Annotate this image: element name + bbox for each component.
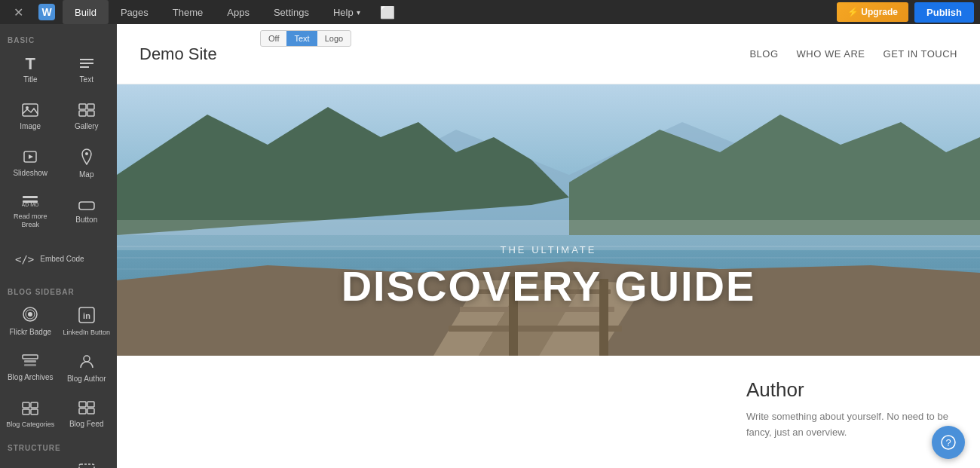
linkedin-icon: in <box>78 307 95 326</box>
logo-switcher: Off Text Logo <box>260 30 351 47</box>
sidebar-item-author[interactable]: Blog Author <box>60 346 115 391</box>
sidebar-item-label: Blog Categories <box>6 421 54 429</box>
embed-icon: </> <box>15 254 34 265</box>
sidebar-item-flickr[interactable]: Flickr Badge <box>3 299 58 344</box>
sidebar-item-label: Gallery <box>75 122 99 131</box>
blog-grid: Flickr Badge in LinkedIn Button Blog Arc… <box>0 299 117 438</box>
svg-text:?: ? <box>945 437 951 448</box>
image-icon <box>22 103 38 119</box>
svg-point-26 <box>84 356 90 362</box>
hero-subtitle: THE ULTIMATE <box>501 244 597 255</box>
sidebar-item-label: Image <box>20 122 41 131</box>
svg-rect-7 <box>79 104 86 109</box>
sidebar-item-linkedin[interactable]: in LinkedIn Button <box>60 299 115 344</box>
nav-link-contact[interactable]: GET IN TOUCH <box>884 48 957 60</box>
sidebar-item-label: LinkedIn Button <box>63 329 110 337</box>
svg-rect-8 <box>87 104 94 109</box>
sidebar-item-label: Blog Feed <box>69 420 104 429</box>
svg-rect-9 <box>79 111 86 116</box>
canvas-area: Demo Site Off Text Logo BLOG WHO WE ARE … <box>117 24 980 468</box>
sidebar-item-embed[interactable]: </> Embed Code <box>3 237 114 282</box>
main-layout: BASIC T Title Text Image <box>0 24 980 468</box>
tab-apps[interactable]: Apps <box>215 0 262 24</box>
section-label-basic: BASIC <box>0 30 117 47</box>
svg-rect-28 <box>31 402 38 408</box>
site-nav: BLOG WHO WE ARE GET IN TOUCH <box>749 48 957 60</box>
sidebar-item-archives[interactable]: Blog Archives <box>3 346 58 391</box>
sidebar-item-readmore[interactable]: READ MORE Read more Break <box>3 188 58 235</box>
section-label-structure: STRUCTURE <box>0 438 117 455</box>
sidebar-item-label: Map <box>79 170 93 179</box>
svg-point-13 <box>85 152 88 155</box>
archives-icon <box>22 354 38 370</box>
svg-rect-51 <box>449 326 622 332</box>
close-button[interactable]: ✕ <box>6 0 31 24</box>
hero-section: THE ULTIMATE DISCOVERY GUIDE <box>117 84 980 356</box>
site-logo: Demo Site <box>139 44 217 64</box>
sidebar-item-label: Read more Break <box>6 213 55 229</box>
gallery-icon <box>78 103 95 119</box>
flickr-icon <box>22 306 38 325</box>
svg-text:in: in <box>83 311 90 320</box>
sidebar-item-label: Slideshow <box>13 169 47 178</box>
spacer-icon <box>78 463 95 468</box>
sidebar-item-spacer[interactable]: Spacer <box>60 455 115 468</box>
svg-rect-38 <box>79 464 94 468</box>
sidebar-item-button[interactable]: Button <box>60 188 115 235</box>
nav-link-blog[interactable]: BLOG <box>749 48 778 60</box>
svg-rect-32 <box>87 402 94 407</box>
tab-help[interactable]: Help▾ <box>321 0 372 24</box>
sidebar-item-feed[interactable]: Blog Feed <box>60 393 115 438</box>
basic-grid: T Title Text Image Gallery <box>0 47 117 282</box>
svg-rect-27 <box>23 402 29 408</box>
svg-rect-24 <box>24 360 36 362</box>
sidebar-item-slideshow[interactable]: Slideshow <box>3 141 58 186</box>
chat-button[interactable]: ? <box>932 426 965 459</box>
nav-left: ✕ W Build Pages Theme Apps Settings Help… <box>6 0 403 24</box>
sidebar-item-label: Title <box>23 75 38 84</box>
sidebar-item-label: Flickr Badge <box>9 328 51 337</box>
feed-icon <box>78 401 95 417</box>
author-title: Author <box>746 378 957 402</box>
tab-theme[interactable]: Theme <box>161 0 215 24</box>
nav-link-who[interactable]: WHO WE ARE <box>797 48 865 60</box>
svg-marker-12 <box>29 154 33 159</box>
tab-settings[interactable]: Settings <box>262 0 321 24</box>
svg-point-19 <box>28 312 32 317</box>
categories-icon <box>22 402 38 418</box>
divider-icon <box>22 464 38 468</box>
tab-build[interactable]: Build <box>63 0 109 24</box>
hero-title: DISCOVERY GUIDE <box>341 262 756 310</box>
logo-off-button[interactable]: Off <box>261 31 286 46</box>
sidebar-item-label: Blog Author <box>67 375 106 384</box>
author-icon <box>78 353 95 372</box>
sidebar-item-title[interactable]: T Title <box>3 47 58 93</box>
structure-grid: Divider Spacer <box>0 455 117 468</box>
svg-text:READ MORE: READ MORE <box>22 202 38 207</box>
sidebar-item-gallery[interactable]: Gallery <box>60 94 115 139</box>
section-label-blog: BLOG SIDEBAR <box>0 282 117 299</box>
sidebar-item-categories[interactable]: Blog Categories <box>3 393 58 438</box>
sidebar-item-map[interactable]: Map <box>60 141 115 186</box>
svg-rect-30 <box>31 409 38 414</box>
svg-rect-25 <box>24 364 36 366</box>
svg-rect-14 <box>23 196 38 198</box>
publish-button[interactable]: Publish <box>914 2 974 23</box>
logo-text-button[interactable]: Text <box>286 31 317 46</box>
upgrade-button[interactable]: ⚡ Upgrade <box>837 2 908 22</box>
slideshow-icon <box>22 150 38 166</box>
site-preview: Demo Site Off Text Logo BLOG WHO WE ARE … <box>117 24 980 468</box>
device-icon[interactable]: ⬜ <box>372 5 403 20</box>
top-nav: ✕ W Build Pages Theme Apps Settings Help… <box>0 0 980 24</box>
button-icon <box>78 197 95 213</box>
sidebar-item-image[interactable]: Image <box>3 94 58 139</box>
svg-rect-17 <box>79 202 94 210</box>
author-block: Author Write something about yourself. N… <box>746 378 957 441</box>
tab-pages[interactable]: Pages <box>109 0 161 24</box>
sidebar-item-text[interactable]: Text <box>60 47 115 93</box>
logo-logo-button[interactable]: Logo <box>317 31 351 46</box>
sidebar-item-divider[interactable]: Divider <box>3 455 58 468</box>
text-icon <box>78 57 95 72</box>
author-description: Write something about yourself. No need … <box>746 409 957 441</box>
sidebar-item-label: Button <box>75 216 97 225</box>
